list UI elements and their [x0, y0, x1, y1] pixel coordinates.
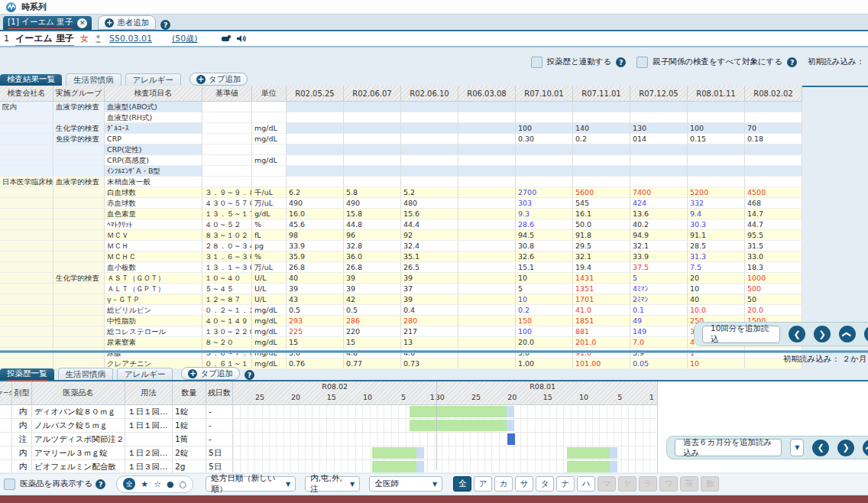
lab-date-header[interactable]: R08.01.11	[688, 86, 745, 101]
lab-row[interactable]: ｲﾝﾌﾙｴﾝｻﾞA・B型	[0, 166, 802, 177]
scroll-left-icon[interactable]: ❮	[812, 440, 829, 456]
lab-value-cell	[344, 166, 401, 176]
lab-row[interactable]: 中性脂肪４０～１４９mg/dL2932862801501851492501500	[0, 316, 802, 326]
med-tab[interactable]: 生活習慣病	[58, 368, 114, 380]
lab-row[interactable]: 免疫学的検査CRPmg/dL0.300.20140.150.18	[0, 134, 802, 144]
lab-row[interactable]: 院内血液学的検査血液型(ABO式)	[0, 102, 802, 112]
lab-value-cell: 5200	[688, 187, 745, 197]
kana-filter-button[interactable]: カ	[494, 476, 513, 492]
lab-date-header[interactable]: R07.12.05	[630, 86, 688, 101]
kana-filter-button[interactable]: ア	[474, 476, 492, 492]
scroll-left-icon[interactable]: ❮	[789, 326, 805, 342]
help-icon[interactable]: ?	[96, 479, 105, 489]
lab-date-header[interactable]: R07.11.01	[573, 86, 630, 101]
birthdate-link[interactable]: S50.03.01	[109, 34, 152, 44]
lab-tab[interactable]: 生活習慣病	[66, 73, 121, 86]
lab-row[interactable]: 白血球数３．９～９．８千/uL6.25.85.22700560074005200…	[0, 187, 802, 198]
lab-row[interactable]: γ－ＧＴＰ１２～８７U/L4342391017012ﾐﾏﾝ4050	[0, 294, 802, 305]
mark-option[interactable]: ★	[141, 479, 148, 489]
mark-option[interactable]: ☆	[154, 479, 161, 489]
scroll-right-icon[interactable]: ❯	[814, 326, 831, 342]
med-row[interactable]: 内ビオフェルミン配合散１日３回…2g5日	[0, 460, 658, 474]
lab-row[interactable]: 総ビリルビン０．２～１．２mg/dL0.50.50.40.241.00.110.…	[0, 305, 802, 316]
phone-icon[interactable]	[221, 34, 232, 43]
kana-filter-button[interactable]: ナ	[556, 476, 575, 492]
lab-row[interactable]: 日本医学臨床検査血液学的検査末梢血液一般	[0, 177, 802, 187]
lab-date-header[interactable]: R02.06.10	[401, 86, 458, 101]
med-row[interactable]: 内ノルバスク錠５ｍｇ１日１回…1錠-	[0, 419, 658, 433]
lab-row[interactable]: CRP(定性)	[0, 144, 802, 155]
age-link[interactable]: (50歳)	[172, 33, 198, 44]
mark-option[interactable]: 全	[123, 478, 135, 490]
add-tab-button[interactable]: +タブ追加	[189, 73, 248, 86]
lab-value-cell	[287, 102, 344, 112]
lab-date-header[interactable]: R02.06.07	[344, 86, 401, 101]
med-row[interactable]: 内アマリール３ｍｇ錠１日２回…2錠5日	[0, 446, 658, 460]
lab-row[interactable]: 血小板数１３．１～３６．万/uL26.826.826.515.119.437.5…	[0, 262, 802, 273]
kana-filter-button[interactable]: タ	[536, 476, 554, 492]
patient-row[interactable]: 1 イーエム 里子 女 S50.03.01 (50歳)	[0, 31, 868, 47]
lab-date-header[interactable]: R06.03.08	[458, 86, 516, 101]
kana-filter-button[interactable]: サ	[515, 476, 533, 492]
lab-tab[interactable]: アレルギー	[125, 73, 181, 86]
speaker-icon[interactable]	[236, 34, 246, 43]
help-icon[interactable]: ?	[787, 57, 797, 67]
lab-value-cell	[745, 144, 802, 154]
lab-value-cell	[630, 102, 688, 112]
dropdown-caret-button[interactable]: ▼	[790, 439, 804, 456]
load-6-months-button[interactable]: 過去６カ月分を追加読み込み	[675, 439, 782, 456]
lab-row[interactable]: ＭＣＨＣ３１．６～３６．%35.936.035.132.632.133.931.…	[0, 251, 802, 262]
lab-value-cell: 0.5	[344, 305, 401, 315]
lab-value-cell: 10	[516, 273, 573, 283]
redisplay-checkbox[interactable]	[4, 479, 15, 490]
lab-row[interactable]: 赤血球数４３０～５７０万/uL490490480303545424332468	[0, 198, 802, 209]
med-row[interactable]: 注アルツディスポ関節注２５…1筒-	[0, 433, 658, 446]
lab-value-cell	[458, 219, 516, 229]
help-icon[interactable]: ?	[616, 57, 626, 67]
med-tab[interactable]: アレルギー	[117, 368, 173, 380]
sort-dropdown[interactable]: 処方日順（新しい順）▼	[206, 476, 296, 492]
lab-row[interactable]: ＭＣＶ８３～１０２fL98969294.591.894.991.195.5	[0, 230, 802, 241]
lab-value-cell	[287, 112, 344, 122]
load-10-more-button[interactable]: 10回分を追加読込	[702, 326, 780, 343]
help-icon[interactable]: ?	[245, 370, 254, 380]
help-icon[interactable]: ?	[160, 20, 170, 30]
lab-value-cell: 20	[688, 273, 745, 283]
lab-value-cell	[458, 166, 516, 176]
link-medication-checkbox[interactable]	[531, 57, 542, 68]
parent-child-checkbox[interactable]	[636, 57, 648, 68]
med-row[interactable]: 内ディオバン錠８０ｍｇ１日１回…1錠-	[0, 405, 658, 419]
lab-row[interactable]: 血色素量１３．５～１７．g/dL16.015.815.69.316.113.69…	[0, 209, 802, 219]
lab-row[interactable]: ＡＬＴ（ＧＰＴ）５～４５U/L393937513514ﾐﾏﾝ10500	[0, 284, 802, 294]
lab-date-header[interactable]: R02.05.25	[287, 86, 344, 101]
med-tab[interactable]: 投薬歴一覧	[0, 368, 54, 380]
add-tab-button[interactable]: +タブ追加	[181, 367, 240, 380]
scroll-up-icon[interactable]: ❮	[839, 326, 856, 342]
lab-value-cell: 1701	[573, 294, 630, 304]
lab-row[interactable]: CRP(高感度)mg/dL	[0, 155, 802, 166]
lab-date-header[interactable]: R08.02.02	[745, 86, 802, 101]
lab-row[interactable]: 尿素窒素８～２０mg/dL15151320.0201.07.04	[0, 337, 802, 348]
lab-date-header[interactable]: R07.10.01	[516, 86, 573, 101]
lab-cell	[0, 112, 53, 122]
close-icon[interactable]: ✕	[77, 18, 87, 28]
lab-row[interactable]: 総コレステロール１３０～２２０mg/dL22522021710088114930…	[0, 326, 802, 337]
lab-row[interactable]: ﾍﾏﾄｸﾘｯﾄ４０～５２%45.644.844.428.650.040.230.…	[0, 219, 802, 230]
mark-option[interactable]: ○	[180, 479, 187, 489]
kana-filter-button[interactable]: 全	[453, 476, 471, 492]
lab-row[interactable]: 生化学的検査（Iｸﾞﾙｺｰｽmg/dL10014013010070	[0, 123, 802, 134]
scroll-down-icon[interactable]: ❮	[864, 326, 868, 342]
lab-cell: U/L	[252, 273, 287, 283]
add-patient-button[interactable]: + 患者追加	[98, 15, 156, 30]
type-filter-dropdown[interactable]: 内,屯,外,注▼	[305, 476, 360, 492]
lab-row[interactable]: 血液型(RH式)	[0, 112, 802, 123]
patient-tab[interactable]: [1] イーエム 里子 ✕	[3, 16, 92, 30]
scroll-right-icon[interactable]: ❯	[837, 440, 854, 456]
lab-tab[interactable]: 検査結果一覧	[0, 74, 62, 86]
lab-row[interactable]: 生化学的検査（IＡＳＴ（ＧＯＴ）１０～４０U/L4039391014315201…	[0, 273, 802, 284]
mark-option[interactable]: ●	[167, 479, 174, 489]
lab-row[interactable]: ＭＣＨ２８．０～３４．pg33.932.832.430.829.532.128.…	[0, 241, 802, 251]
scroll-up-icon[interactable]: ❮	[863, 440, 868, 456]
kana-filter-button[interactable]: ハ	[577, 476, 595, 492]
doctor-filter-dropdown[interactable]: 全医師▼	[369, 476, 442, 492]
